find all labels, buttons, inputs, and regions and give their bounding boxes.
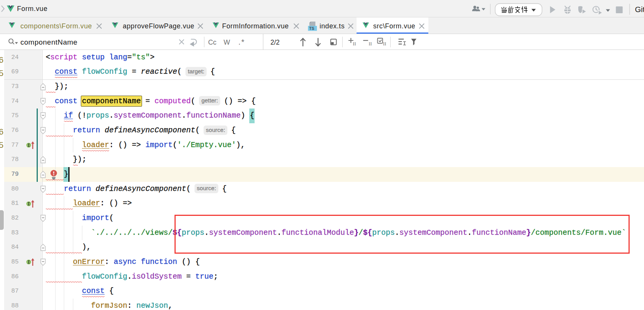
svg-text:II: II: [383, 41, 386, 46]
svg-text:W: W: [224, 39, 230, 46]
svg-text:Cc: Cc: [208, 39, 216, 46]
svg-text:2/2: 2/2: [270, 39, 280, 46]
svg-text:.*: .*: [238, 37, 245, 46]
svg-text:II: II: [369, 41, 372, 46]
svg-text:II: II: [353, 41, 356, 46]
